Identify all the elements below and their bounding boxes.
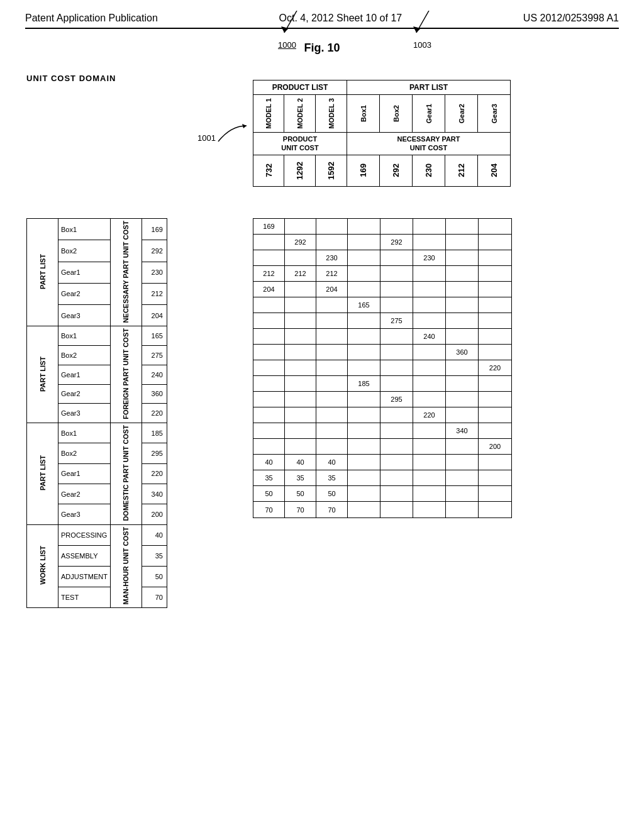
data-row: 340 bbox=[253, 423, 511, 439]
data-row: 185 bbox=[253, 376, 511, 392]
data-row: 275 bbox=[253, 313, 511, 329]
data-row: 70 70 70 bbox=[253, 502, 511, 517]
table-row: PART LIST Box1 DOMESTIC PART UNIT COST 1… bbox=[27, 423, 167, 443]
cost-732: 732 bbox=[253, 155, 284, 187]
label-1000: 1000 bbox=[278, 40, 296, 50]
model1-col: MODEL 1 bbox=[253, 95, 284, 133]
data-row: 212 212 212 bbox=[253, 266, 511, 282]
svg-marker-0 bbox=[242, 124, 247, 128]
data-row: 220 bbox=[253, 407, 511, 423]
gear1-col: Gear1 bbox=[413, 95, 445, 133]
data-row: 230 230 bbox=[253, 250, 511, 266]
page: Patent Application Publication Oct. 4, 2… bbox=[0, 0, 644, 830]
part-cost-204: 204 bbox=[478, 155, 511, 187]
cost-values-row: 732 1292 1592 169 292 230 bbox=[253, 155, 511, 187]
header-right: US 2012/0253998 A1 bbox=[523, 13, 619, 24]
right-data-table: 169 292 292 bbox=[253, 218, 512, 518]
model3-col: MODEL 3 bbox=[316, 95, 347, 133]
data-row: 204 204 bbox=[253, 282, 511, 297]
data-row: 200 bbox=[253, 439, 511, 455]
arrow-1000-icon bbox=[272, 11, 322, 39]
header-left: Patent Application Publication bbox=[25, 13, 158, 24]
data-row: 165 bbox=[253, 297, 511, 313]
gear2-col: Gear2 bbox=[445, 95, 478, 133]
model2-col: MODEL 2 bbox=[284, 95, 316, 133]
part-cost-230: 230 bbox=[413, 155, 445, 187]
domain-label: UNIT COST DOMAIN bbox=[26, 74, 116, 83]
data-row: 360 bbox=[253, 345, 511, 360]
cost-1592: 1592 bbox=[316, 155, 347, 187]
part-columns: Box1 Box2 Gear1 Gear2 Gear3 bbox=[347, 95, 511, 133]
data-row: 169 bbox=[253, 219, 511, 235]
data-row: 295 bbox=[253, 392, 511, 407]
data-row: 35 35 35 bbox=[253, 470, 511, 486]
data-row: 40 40 40 bbox=[253, 455, 511, 470]
data-row: 292 292 bbox=[253, 235, 511, 250]
table-row: PART LIST Box1 NECESSARY PART UNIT COST … bbox=[27, 219, 167, 240]
arrow-1003-icon bbox=[404, 11, 454, 39]
product-list-header: PRODUCT LIST bbox=[253, 80, 347, 95]
model-columns: MODEL 1 MODEL 2 MODEL 3 bbox=[253, 95, 347, 133]
label-1003: 1003 bbox=[413, 40, 431, 50]
necessary-part-unit-cost-header: NECESSARY PARTUNIT COST bbox=[347, 133, 511, 155]
box2-col: Box2 bbox=[380, 95, 413, 133]
product-unit-cost-header: PRODUCTUNIT COST bbox=[253, 133, 347, 155]
cost-1292: 1292 bbox=[284, 155, 316, 187]
top-header-row: PRODUCT LIST PART LIST bbox=[253, 80, 511, 95]
gear3-col: Gear3 bbox=[478, 95, 511, 133]
data-row: 220 bbox=[253, 360, 511, 376]
cost-header-row: PRODUCTUNIT COST NECESSARY PARTUNIT COST bbox=[253, 133, 511, 155]
part-cost-292: 292 bbox=[380, 155, 413, 187]
arrow-1001-icon bbox=[212, 123, 250, 148]
part-cost-212: 212 bbox=[445, 155, 478, 187]
page-header: Patent Application Publication Oct. 4, 2… bbox=[25, 13, 619, 29]
top-tables: PRODUCT LIST PART LIST MODEL 1 MODEL 2 M… bbox=[253, 80, 511, 187]
main-left-table: PART LIST Box1 NECESSARY PART UNIT COST … bbox=[26, 218, 167, 608]
data-row: 240 bbox=[253, 329, 511, 345]
table-row: PART LIST Box1 FOREIGN PART UNIT COST 16… bbox=[27, 326, 167, 346]
part-cost-169: 169 bbox=[347, 155, 380, 187]
box1-col: Box1 bbox=[347, 95, 380, 133]
column-headers-row: MODEL 1 MODEL 2 MODEL 3 Box1 Box2 bbox=[253, 95, 511, 133]
table-row: WORK LIST PROCESSING MAN-HOUR UNIT COST … bbox=[27, 524, 167, 545]
data-row: 50 50 50 bbox=[253, 486, 511, 502]
part-list-header: PART LIST bbox=[347, 80, 511, 95]
fig-title: Fig. 10 bbox=[25, 42, 619, 55]
